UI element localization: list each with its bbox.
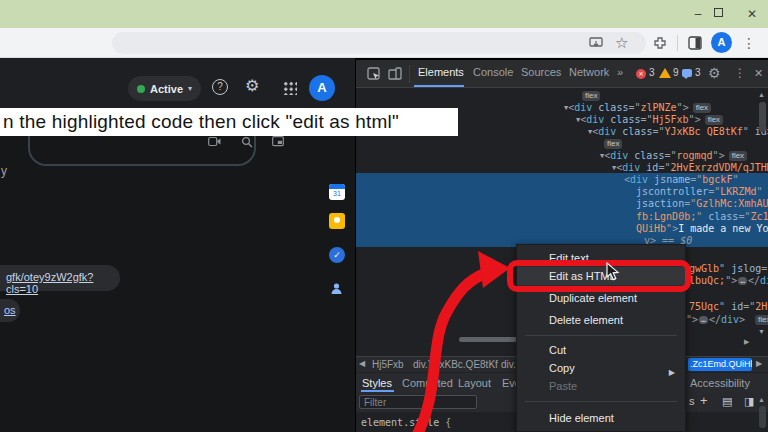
dom-tree-line[interactable]: jsaction="GzlhMc:XmhAUe;uX [356,197,768,210]
status-pill[interactable]: Active ▾ [128,76,201,101]
page-profile-avatar[interactable]: A [309,75,335,101]
expand-icon[interactable]: … [738,277,747,285]
scroll-up-icon[interactable]: ▲ [758,91,765,98]
flex-badge[interactable]: flex [604,139,622,149]
contacts-icon[interactable] [329,281,344,296]
video-caption: n the highlighted code then click "edit … [0,108,458,136]
class-toggle-partial[interactable]: s [689,395,695,407]
menu-item-copy[interactable]: Copy ▶ [517,359,685,377]
annotation-highlight-box [507,260,691,292]
extensions-icon[interactable] [653,36,667,50]
help-icon[interactable]: ? [212,79,228,95]
breadcrumb-item[interactable]: Hj5Fxb [372,359,404,370]
tab-layout[interactable]: Layout [458,377,491,389]
apps-grid-icon[interactable] [283,81,297,95]
styles-scrollbar[interactable] [759,406,766,428]
browser-profile-avatar[interactable]: A [711,32,732,53]
bookmark-star-icon[interactable]: ☆ [615,33,628,53]
vertical-scrollbar[interactable] [759,102,766,132]
scroll-up-icon[interactable]: ▲ [758,396,765,403]
calendar-icon[interactable]: 31 [329,184,345,200]
breadcrumb-item-selected[interactable]: .Zc1Emd.QUiHb [688,358,752,371]
chat-link-short[interactable]: os [4,304,16,316]
element-style-rule[interactable]: element.style { [361,417,451,428]
chat-link[interactable]: gfk/otey9zW2gfk?cls=10 [6,271,120,295]
video-camera-icon[interactable] [208,136,221,147]
menu-separator [525,335,677,336]
computed-styles-icon[interactable]: ▤ [722,395,732,408]
flex-badge[interactable]: flex [693,103,711,113]
menu-separator [525,401,677,402]
search-icon[interactable] [241,136,253,148]
flex-badge[interactable]: flex [582,91,600,101]
scroll-right-icon[interactable]: ▶ [744,338,749,346]
side-panel-icon[interactable] [688,36,702,50]
scroll-down-icon[interactable]: ▼ [758,328,765,335]
window-titlebar [0,0,768,28]
address-bar[interactable] [112,32,646,54]
toolbar-divider [677,35,678,51]
tab-computed[interactable]: Computed [402,377,453,389]
menu-item-delete-element[interactable]: Delete element [517,311,685,329]
menu-item-paste[interactable]: Paste [517,377,685,395]
flex-badge[interactable]: flex [729,151,747,161]
breadcrumb-back-icon[interactable]: ◀ [359,359,365,368]
close-button[interactable]: ✕ [744,6,760,22]
keep-icon[interactable] [329,213,345,229]
browser-menu-icon[interactable]: ⋮ [742,33,756,53]
picture-in-picture-icon[interactable] [272,136,284,147]
clipped-text: y [1,164,7,178]
flex-badge[interactable]: flex [705,115,723,125]
screenshot-stage: – ✕ ☆ A ⋮ Active ▾ ? ⚙ A [0,0,768,432]
settings-gear-icon[interactable]: ⚙ [245,76,259,95]
minimize-button[interactable]: – [690,6,706,22]
filter-input[interactable] [359,395,477,409]
send-to-device-icon[interactable] [589,36,603,50]
tab-styles[interactable]: Styles [362,377,392,389]
chevron-down-icon: ▾ [188,84,192,93]
new-style-rule-icon[interactable]: + [700,393,708,408]
chat-message-bubble: os [0,299,20,322]
status-dot-icon [137,85,145,93]
tab-accessibility[interactable]: Accessibility [690,377,750,389]
chat-message-bubble: gfk/otey9zW2gfk?cls=10 [0,265,120,291]
tasks-icon[interactable]: ✓ [329,247,345,263]
status-label: Active [150,83,183,95]
breadcrumb-item[interactable]: div.YJxKBc.QE8tKf [413,359,498,370]
flex-badge[interactable]: flex [755,315,768,325]
layout-sidebar-icon[interactable]: ◨ [744,395,754,408]
browser-toolbar: ☆ A ⋮ [0,28,768,58]
maximize-button[interactable] [714,8,723,17]
breadcrumb-forward-icon[interactable]: ▶ [756,359,762,368]
expand-icon[interactable]: … [699,316,708,324]
menu-item-hide-element[interactable]: Hide element [517,409,685,427]
menu-item-cut[interactable]: Cut [517,341,685,359]
